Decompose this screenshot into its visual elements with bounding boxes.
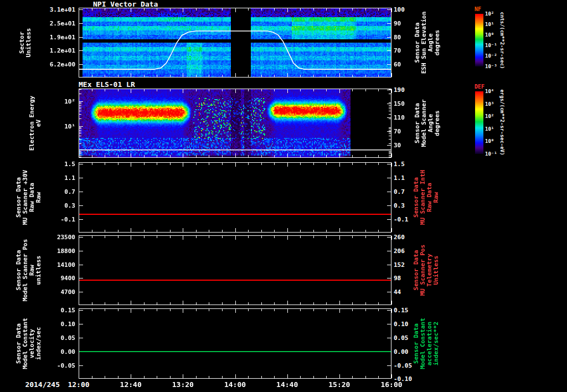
left-axis-label-panel4-text: Sensor DataModel Constantvelocityindex/s… — [16, 308, 42, 379]
right-axis-label-panel4-text: Sensor DataModel Constantaccelerationind… — [413, 308, 440, 379]
minor-tick-mark — [79, 104, 81, 104]
minor-tick-mark — [79, 130, 81, 131]
tick-mark — [79, 365, 83, 366]
tick-mark — [79, 324, 83, 324]
minor-tick-mark — [105, 155, 105, 157]
colorbar-tick-label: 10² — [485, 11, 499, 17]
left-axis-label-panel1-text: Electron EnergyeV — [29, 89, 42, 158]
minor-tick-mark — [389, 132, 391, 132]
tick-mark — [79, 23, 83, 24]
tick-mark — [235, 228, 236, 232]
tick-mark — [387, 50, 391, 51]
x-tick-label: 14:00 — [219, 380, 252, 389]
minor-tick-mark — [79, 153, 81, 154]
minor-tick-mark — [248, 155, 249, 157]
y-tick-label: 10² — [48, 98, 75, 105]
minor-tick-mark — [326, 163, 327, 165]
minor-tick-mark — [389, 127, 391, 128]
y-tick-label: 10¹ — [48, 123, 75, 130]
minor-tick-mark — [196, 309, 197, 311]
minor-tick-mark — [79, 151, 81, 152]
minor-tick-mark — [170, 8, 171, 11]
minor-tick-mark — [209, 163, 209, 165]
tick-mark — [387, 265, 391, 265]
tick-mark — [387, 292, 391, 292]
minor-tick-mark — [365, 309, 366, 311]
axis-label-line: eV — [35, 89, 42, 158]
minor-tick-mark — [79, 118, 81, 119]
tick-mark — [235, 301, 236, 305]
tick-mark — [79, 178, 83, 178]
tick-mark — [79, 374, 79, 378]
minor-tick-mark — [144, 236, 145, 238]
tick-mark — [79, 101, 83, 102]
tick-mark — [79, 89, 79, 93]
els-spectrogram-panel — [79, 89, 391, 158]
tick-mark — [235, 73, 236, 77]
tick-mark — [235, 163, 236, 167]
minor-tick-mark — [196, 230, 197, 232]
minor-tick-mark — [300, 8, 301, 11]
minor-tick-mark — [389, 109, 391, 109]
minor-tick-mark — [274, 376, 275, 378]
panel-title-npi: NPI Vector Data — [93, 0, 158, 8]
minor-tick-mark — [209, 75, 209, 77]
minor-tick-mark — [105, 236, 105, 238]
minor-tick-mark — [352, 302, 353, 305]
tick-mark — [79, 64, 83, 65]
minor-tick-mark — [352, 230, 353, 232]
minor-tick-mark — [79, 155, 81, 156]
minor-tick-mark — [196, 163, 197, 165]
minor-tick-mark — [209, 236, 209, 238]
minor-tick-mark — [378, 155, 379, 157]
tick-mark — [79, 265, 83, 265]
constant-line — [79, 351, 391, 352]
minor-tick-mark — [105, 309, 105, 311]
axis-label-line: Raw — [35, 162, 42, 233]
tick-mark — [391, 236, 392, 240]
minor-tick-mark — [170, 163, 171, 165]
y-tick-label: 1.5 — [48, 161, 75, 168]
left-axis-label-panel2-text: Sensor DataMU Scanner +30VRaw DataRaw — [16, 162, 42, 233]
minor-tick-mark — [144, 302, 145, 305]
minor-tick-mark — [209, 230, 209, 232]
tick-mark — [387, 378, 391, 379]
tick-mark — [391, 309, 392, 313]
axis-label-line: index/sec — [35, 308, 42, 379]
minor-tick-mark — [170, 236, 171, 238]
minor-tick-mark — [313, 230, 314, 232]
minor-tick-mark — [79, 94, 81, 94]
minor-tick-mark — [352, 89, 353, 91]
tick-mark — [183, 8, 183, 12]
tick-mark — [387, 251, 391, 251]
minor-tick-mark — [300, 230, 301, 232]
minor-tick-mark — [365, 75, 366, 77]
tick-mark — [287, 236, 288, 240]
minor-tick-mark — [248, 302, 249, 305]
minor-tick-mark — [365, 230, 366, 232]
minor-tick-mark — [196, 376, 197, 378]
tick-mark — [235, 8, 236, 12]
minor-tick-mark — [261, 8, 262, 11]
y-tick-label: 0.7 — [48, 188, 75, 195]
minor-tick-mark — [378, 376, 379, 378]
minor-tick-mark — [389, 105, 391, 106]
tick-mark — [287, 374, 288, 378]
minor-tick-mark — [326, 230, 327, 232]
minor-tick-mark — [105, 89, 105, 91]
minor-tick-mark — [326, 376, 327, 378]
minor-tick-mark — [248, 75, 249, 77]
axis-label-line: Raw — [433, 162, 440, 233]
right-axis-label-panel3-text: Sensor DataMU Scanner PosTelemetryUnitle… — [413, 235, 440, 305]
tick-mark — [391, 301, 392, 305]
y-tick-label: 0.00 — [48, 348, 75, 355]
plot-page: NPI Vector Data MEx ELS-01 LR NF DEF 201… — [0, 0, 567, 392]
minor-tick-mark — [300, 236, 301, 238]
colorbar-tick-label: 10⁻¹ — [485, 151, 499, 157]
minor-tick-mark — [365, 236, 366, 238]
tick-mark — [79, 309, 79, 313]
minor-tick-mark — [144, 75, 145, 77]
minor-tick-mark — [261, 309, 262, 311]
tick-mark — [183, 163, 183, 167]
colorbar-tick-label: 10⁰ — [485, 138, 499, 144]
